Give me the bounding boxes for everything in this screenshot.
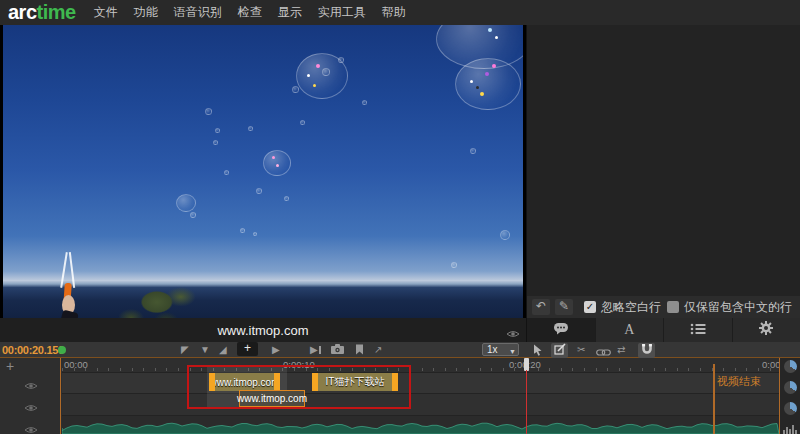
- add-track-button[interactable]: +: [6, 358, 14, 374]
- bubble-sparkle: [272, 156, 275, 159]
- bubble-sparkle: [276, 164, 279, 167]
- magnet-snap-tool[interactable]: [638, 343, 655, 358]
- drag-down-tool-icon[interactable]: ▼: [200, 343, 210, 356]
- menu-bar: arctime 文件 功能 语音识别 检查 显示 实用工具 帮助: [0, 0, 800, 25]
- tab-list[interactable]: [664, 318, 733, 342]
- tab-subtitles[interactable]: [527, 318, 596, 342]
- subtitle-clip-1[interactable]: www.itmop.com: [209, 373, 280, 391]
- bubble: [190, 212, 196, 218]
- bookmark-button[interactable]: [355, 344, 364, 358]
- menu-check[interactable]: 检查: [230, 0, 270, 25]
- bubble: [248, 126, 253, 131]
- waveform: [62, 415, 779, 434]
- transport-bar: 00:00:20.150 ◤ ▼ ◢ + ▶ ▶ ↗ 1x ▼ ✂ ⇄: [0, 342, 800, 358]
- subtitle-edit-text: www.itmop.com: [237, 393, 307, 404]
- speech-bubble-icon: [553, 321, 569, 339]
- timeline-track-gutter: +: [0, 358, 61, 434]
- swap-tool[interactable]: ⇄: [617, 343, 625, 356]
- chinese-only-checkbox[interactable]: [667, 301, 679, 313]
- bubble: [213, 140, 218, 145]
- panel-tab-bar: A: [527, 318, 800, 342]
- menu-speech-recognition[interactable]: 语音识别: [166, 0, 230, 25]
- pencil-icon: ✎: [559, 299, 569, 313]
- add-subtitle-button[interactable]: +: [237, 342, 258, 356]
- subtitle-track-2[interactable]: [62, 393, 779, 415]
- track3-eye-icon[interactable]: [24, 421, 38, 434]
- bubble: [224, 170, 229, 175]
- track1-eye-icon[interactable]: [24, 377, 38, 395]
- bubble: [455, 58, 521, 110]
- skip-end-button[interactable]: ▶: [310, 343, 321, 356]
- plus-icon: +: [244, 341, 251, 355]
- eye-icon[interactable]: [506, 325, 520, 343]
- menu-file[interactable]: 文件: [86, 0, 126, 25]
- bubble: [215, 128, 220, 133]
- bubble-sparkle: [492, 64, 496, 68]
- bubble: [451, 262, 457, 268]
- export-region-button[interactable]: ↗: [374, 343, 382, 356]
- menu-display[interactable]: 显示: [270, 0, 310, 25]
- bubble: [284, 196, 289, 201]
- ruler-ticks: [62, 368, 779, 371]
- drag-left-tool-icon[interactable]: ◤: [181, 343, 189, 356]
- edit-clip-tool[interactable]: [551, 343, 568, 358]
- tree-silhouette: [109, 277, 201, 318]
- arctime-window: arctime 文件 功能 语音识别 检查 显示 实用工具 帮助 www.itm…: [0, 0, 800, 434]
- edit-text-button[interactable]: ✎: [555, 299, 573, 315]
- menu-utilities[interactable]: 实用工具: [310, 0, 374, 25]
- undo-icon: ↶: [536, 299, 546, 313]
- bubble: [500, 230, 510, 240]
- video-subtitle-text: www.itmop.com: [217, 323, 308, 338]
- bubble-sparkle: [495, 36, 498, 39]
- app-logo: arctime: [8, 0, 76, 25]
- video-subtitle-bar: www.itmop.com: [0, 318, 526, 342]
- scissors-tool[interactable]: ✂: [577, 343, 585, 356]
- check-icon: ✓: [586, 301, 594, 312]
- tab-style[interactable]: A: [596, 318, 665, 342]
- bubble: [253, 232, 257, 236]
- drag-right-tool-icon[interactable]: ◢: [219, 343, 227, 356]
- ruler-label-0: 00:00: [64, 359, 88, 370]
- speed-select[interactable]: 1x ▼: [482, 343, 519, 356]
- video-end-marker-label: 视频结束: [717, 374, 761, 389]
- snapshot-button[interactable]: [331, 344, 344, 357]
- tab-settings[interactable]: [733, 318, 800, 342]
- bubble: [256, 188, 262, 194]
- timeline[interactable]: 00:00 0:00:10 0:00:20 0:00:30 www.itmop.…: [0, 358, 800, 434]
- track-controls-strip: [779, 358, 800, 434]
- track3-level-knob[interactable]: [784, 402, 797, 415]
- bubble-sparkle: [313, 84, 316, 87]
- menu-functions[interactable]: 功能: [126, 0, 166, 25]
- list-icon: [690, 321, 706, 339]
- bubble: [240, 228, 245, 233]
- track1-level-knob[interactable]: [784, 360, 797, 373]
- bubble-sparkle: [316, 64, 320, 68]
- menu-help[interactable]: 帮助: [374, 0, 414, 25]
- text-style-icon: A: [624, 322, 634, 338]
- status-dot: [58, 346, 66, 354]
- bubble-sparkle: [470, 80, 473, 83]
- track2-eye-icon[interactable]: [24, 399, 38, 417]
- bubble: [292, 86, 299, 93]
- undo-button[interactable]: ↶: [532, 299, 550, 315]
- bubble: [263, 150, 291, 176]
- gear-icon: [759, 321, 773, 339]
- subtitle-edit-box[interactable]: www.itmop.com: [239, 390, 305, 407]
- video-end-marker-line: [713, 364, 715, 434]
- bubble-sparkle: [488, 28, 492, 32]
- track2-level-knob[interactable]: [784, 381, 797, 394]
- bubble: [205, 108, 212, 115]
- ignore-blank-lines-checkbox[interactable]: ✓: [584, 301, 596, 313]
- skip-bar-icon: [319, 346, 321, 354]
- waveform-display-icon[interactable]: [783, 420, 797, 434]
- select-cursor-tool[interactable]: [533, 344, 542, 359]
- subtitle-clip-2[interactable]: IT猫扑下载站: [312, 373, 398, 391]
- bubble-sparkle: [476, 86, 479, 89]
- play-button[interactable]: ▶: [272, 343, 280, 356]
- right-panel: ↶ ✎ ✓ 忽略空白行 仅保留包含中文的行 A: [526, 25, 800, 342]
- ignore-blank-lines-label: 忽略空白行: [601, 299, 661, 316]
- video-player[interactable]: www.itmop.com: [0, 25, 526, 342]
- link-tool[interactable]: [596, 346, 611, 359]
- subtitle-options-row: ↶ ✎ ✓ 忽略空白行 仅保留包含中文的行: [527, 296, 800, 318]
- subtitle-track-1[interactable]: [62, 372, 779, 393]
